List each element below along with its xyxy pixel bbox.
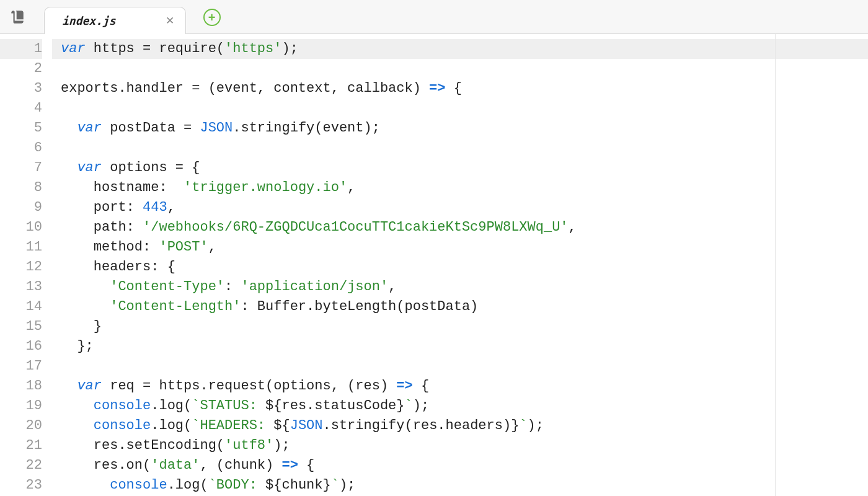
line-number: 22 — [0, 456, 42, 476]
line-number: 18 — [0, 376, 42, 396]
scroll-icon[interactable] — [9, 9, 25, 25]
line-number: 13 — [0, 277, 42, 297]
line-number: 16 — [0, 337, 42, 356]
line-number: 21 — [0, 436, 42, 456]
line-number: 9 — [0, 198, 42, 218]
code-line[interactable]: var postData = JSON.stringify(event); — [52, 118, 868, 138]
code-line[interactable] — [52, 99, 868, 118]
code-line[interactable] — [52, 138, 868, 158]
tab-label: index.js — [62, 14, 116, 27]
file-tab[interactable]: index.js ✕ — [44, 7, 186, 34]
code-line[interactable]: var https = require('https'); — [52, 39, 868, 59]
line-number-gutter: 1234567891011121314151617181920212223 — [0, 34, 52, 496]
code-line[interactable]: } — [52, 317, 868, 337]
code-line[interactable]: console.log(`BODY: ${chunk}`); — [52, 476, 868, 495]
line-number: 12 — [0, 257, 42, 277]
line-number: 5 — [0, 118, 42, 138]
line-number: 7 — [0, 158, 42, 178]
code-area[interactable]: var https = require('https');exports.han… — [52, 34, 868, 496]
code-line[interactable]: var req = https.request(options, (res) =… — [52, 376, 868, 396]
code-line[interactable]: exports.handler = (event, context, callb… — [52, 79, 868, 99]
right-margin-guide — [775, 34, 776, 496]
code-line[interactable]: hostname: 'trigger.wnology.io', — [52, 178, 868, 198]
line-number: 2 — [0, 59, 42, 79]
code-line[interactable]: headers: { — [52, 257, 868, 277]
code-line[interactable] — [52, 356, 868, 376]
line-number: 3 — [0, 79, 42, 99]
code-line[interactable]: var options = { — [52, 158, 868, 178]
new-tab-button[interactable]: + — [203, 9, 221, 26]
code-line[interactable] — [52, 59, 868, 79]
line-number: 6 — [0, 138, 42, 158]
close-icon[interactable]: ✕ — [166, 16, 174, 26]
line-number: 23 — [0, 476, 42, 495]
code-line[interactable]: path: '/webhooks/6RQ-ZGQDCUca1CocuTTC1ca… — [52, 218, 868, 237]
code-line[interactable]: res.on('data', (chunk) => { — [52, 456, 868, 476]
line-number: 20 — [0, 416, 42, 436]
code-line[interactable]: 'Content-Length': Buffer.byteLength(post… — [52, 297, 868, 317]
code-line[interactable]: port: 443, — [52, 198, 868, 218]
line-number: 11 — [0, 237, 42, 257]
line-number: 19 — [0, 396, 42, 416]
code-editor[interactable]: 1234567891011121314151617181920212223 va… — [0, 34, 868, 496]
code-line[interactable]: console.log(`HEADERS: ${JSON.stringify(r… — [52, 416, 868, 436]
code-line[interactable]: method: 'POST', — [52, 237, 868, 257]
line-number: 15 — [0, 317, 42, 337]
tab-bar: index.js ✕ + — [0, 0, 868, 34]
line-number: 14 — [0, 297, 42, 317]
line-number: 10 — [0, 218, 42, 237]
code-line[interactable]: }; — [52, 337, 868, 356]
code-line[interactable]: console.log(`STATUS: ${res.statusCode}`)… — [52, 396, 868, 416]
line-number: 1 — [0, 39, 42, 59]
line-number: 4 — [0, 99, 42, 118]
line-number: 17 — [0, 356, 42, 376]
code-line[interactable]: res.setEncoding('utf8'); — [52, 436, 868, 456]
code-line[interactable]: 'Content-Type': 'application/json', — [52, 277, 868, 297]
line-number: 8 — [0, 178, 42, 198]
